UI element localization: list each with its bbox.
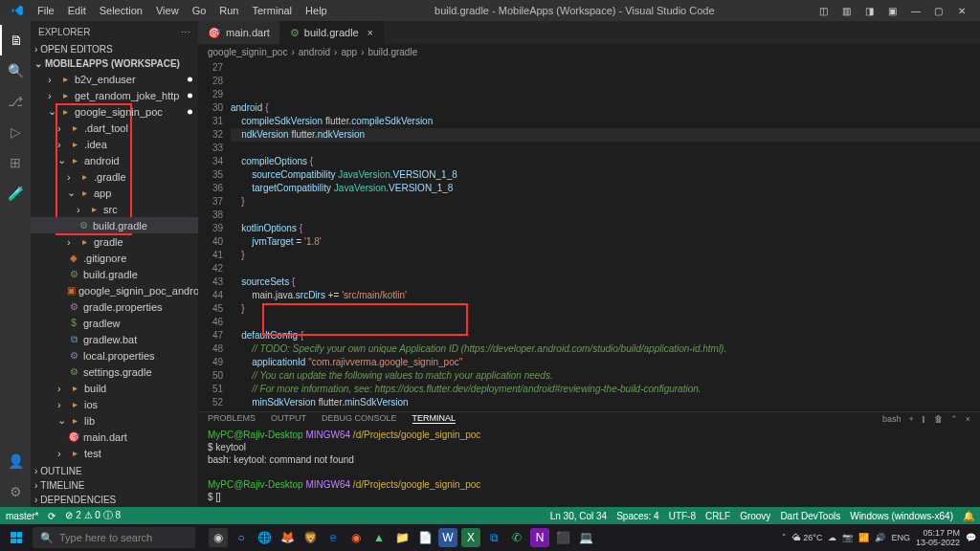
vscode-icon[interactable]: ⧉ bbox=[484, 528, 503, 547]
layout-bottom-icon[interactable]: ▥ bbox=[838, 2, 856, 19]
search-icon[interactable]: 🔍 bbox=[0, 55, 31, 86]
tree-item[interactable]: ▸.idea bbox=[31, 136, 198, 152]
section-dependencies[interactable]: DEPENDENCIES bbox=[31, 493, 198, 507]
maximize-button[interactable]: ▢ bbox=[930, 2, 947, 19]
tree-item[interactable]: ⚙build.gradle bbox=[31, 266, 198, 282]
android-studio-icon[interactable]: ▲ bbox=[369, 528, 389, 547]
editor-tab[interactable]: 🎯main.dart bbox=[198, 21, 280, 44]
menu-go[interactable]: Go bbox=[186, 5, 213, 16]
settings-gear-icon[interactable]: ⚙ bbox=[0, 476, 31, 507]
breadcrumb-item[interactable]: build.gradle bbox=[368, 47, 417, 57]
chrome-icon[interactable]: 🌐 bbox=[255, 528, 274, 547]
split-terminal-icon[interactable]: ⫿ bbox=[922, 414, 926, 424]
tree-item[interactable]: ▸web bbox=[31, 461, 198, 464]
word-icon[interactable]: W bbox=[438, 528, 457, 547]
layout-full-icon[interactable]: ▣ bbox=[884, 2, 902, 19]
tree-item[interactable]: ⚙settings.gradle bbox=[31, 364, 198, 380]
breadcrumb-item[interactable]: app bbox=[341, 47, 357, 57]
open-editors-section[interactable]: OPEN EDITORS bbox=[31, 42, 198, 56]
tree-item[interactable]: ▸app bbox=[31, 185, 198, 201]
notes-icon[interactable]: 📄 bbox=[415, 528, 434, 547]
tree-item[interactable]: $gradlew bbox=[31, 315, 198, 331]
postman-icon[interactable]: ◉ bbox=[346, 528, 366, 547]
tree-item[interactable]: ▸test bbox=[31, 445, 198, 461]
status-item[interactable]: ⊘ 2 ⚠ 0 ⓘ 8 bbox=[65, 509, 121, 522]
menu-help[interactable]: Help bbox=[299, 5, 334, 16]
status-item[interactable]: Groovy bbox=[740, 511, 770, 521]
chevron-up-icon[interactable]: ˄ bbox=[782, 533, 787, 542]
excel-icon[interactable]: X bbox=[461, 528, 480, 547]
taskbar-search[interactable]: 🔍 Type here to search bbox=[33, 527, 195, 548]
code-editor[interactable]: 2728293031323334353637383940414243444546… bbox=[198, 59, 980, 411]
panel-tab-terminal[interactable]: TERMINAL bbox=[412, 413, 457, 424]
tree-item[interactable]: ⧉gradlew.bat bbox=[31, 331, 198, 347]
tree-item[interactable]: ▸src bbox=[31, 201, 198, 217]
status-item[interactable]: Dart DevTools bbox=[780, 511, 840, 521]
breadcrumb-item[interactable]: android bbox=[299, 47, 330, 57]
source-control-icon[interactable]: ⎇ bbox=[0, 86, 31, 117]
testing-icon[interactable]: 🧪 bbox=[0, 178, 31, 209]
onenote-icon[interactable]: N bbox=[530, 528, 549, 547]
tree-item[interactable]: ▸.dart_tool bbox=[31, 120, 198, 136]
panel-tab-output[interactable]: OUTPUT bbox=[271, 413, 306, 424]
breadcrumb-item[interactable]: google_signin_poc bbox=[208, 47, 287, 57]
tree-item[interactable]: ▸lib bbox=[31, 412, 198, 429]
onedrive-icon[interactable]: ☁ bbox=[828, 533, 836, 542]
kill-terminal-icon[interactable]: 🗑 bbox=[934, 414, 943, 424]
tab-close-icon[interactable]: × bbox=[368, 28, 373, 38]
accounts-icon[interactable]: 👤 bbox=[0, 446, 31, 476]
code-content[interactable]: android { compileSdkVersion flutter.comp… bbox=[231, 59, 980, 411]
putty-icon[interactable]: 💻 bbox=[576, 528, 595, 547]
menu-selection[interactable]: Selection bbox=[93, 5, 149, 16]
start-button[interactable] bbox=[4, 525, 29, 550]
tree-item[interactable]: ▸gradle bbox=[31, 233, 198, 250]
explorer-icon[interactable]: 📁 bbox=[392, 528, 412, 547]
terminal-output[interactable]: MyPC@Rajiv-Desktop MINGW64 /d/Projects/g… bbox=[198, 425, 980, 507]
tree-item[interactable]: ▸android bbox=[31, 152, 198, 168]
clock[interactable]: 05:17 PM 13-05-2022 bbox=[916, 528, 960, 547]
breadcrumbs[interactable]: google_signin_poc›android›app›build.grad… bbox=[198, 44, 980, 59]
menu-run[interactable]: Run bbox=[212, 5, 245, 16]
section-timeline[interactable]: TIMELINE bbox=[31, 478, 198, 493]
cortana-icon[interactable]: ○ bbox=[232, 528, 251, 547]
status-item[interactable]: Windows (windows-x64) bbox=[850, 511, 953, 521]
meet-now-icon[interactable]: 📷 bbox=[842, 533, 853, 542]
tree-item[interactable]: ▣google_signin_poc_android.iml bbox=[31, 282, 198, 298]
notifications-icon[interactable]: 💬 bbox=[966, 533, 976, 542]
status-item[interactable]: ⟳ bbox=[48, 511, 56, 521]
volume-icon[interactable]: 🔊 bbox=[875, 533, 885, 542]
tree-item[interactable]: ▸get_random_joke_http bbox=[31, 87, 198, 103]
firefox-icon[interactable]: 🦊 bbox=[278, 528, 297, 547]
status-item[interactable]: 🔔 bbox=[963, 511, 974, 521]
edge-icon[interactable]: е bbox=[323, 528, 343, 547]
menu-terminal[interactable]: Terminal bbox=[246, 5, 300, 16]
system-tray[interactable]: ˄ 🌥 26°C ☁ 📷 📶 🔊 ENG 05:17 PM 13-05-2022… bbox=[782, 528, 976, 547]
status-item[interactable]: master* bbox=[6, 511, 38, 521]
new-terminal-icon[interactable]: + bbox=[908, 414, 913, 424]
tree-item[interactable]: ▸b2v_enduser bbox=[31, 71, 198, 87]
close-button[interactable]: ✕ bbox=[953, 2, 970, 19]
panel-tab-debug-console[interactable]: DEBUG CONSOLE bbox=[322, 413, 397, 424]
explorer-icon[interactable]: 🗎 bbox=[0, 25, 31, 55]
layout-right-icon[interactable]: ◨ bbox=[861, 2, 879, 19]
workspace-section[interactable]: MOBILEAPPS (WORKSPACE) bbox=[31, 56, 198, 71]
tree-item[interactable]: ◆.gitignore bbox=[31, 250, 198, 266]
section-outline[interactable]: OUTLINE bbox=[31, 464, 198, 478]
menu-file[interactable]: File bbox=[31, 5, 61, 16]
whatsapp-icon[interactable]: ✆ bbox=[507, 528, 526, 547]
close-panel-icon[interactable]: × bbox=[966, 414, 970, 424]
weather-widget[interactable]: 🌥 26°C bbox=[792, 533, 823, 542]
tree-item[interactable]: ⚙gradle.properties bbox=[31, 298, 198, 315]
tree-item[interactable]: ▸build bbox=[31, 380, 198, 396]
terminal-app-icon[interactable]: ⬛ bbox=[553, 528, 572, 547]
extensions-icon[interactable]: ⊞ bbox=[0, 147, 31, 178]
task-app-icon[interactable]: ◉ bbox=[209, 528, 228, 547]
menu-edit[interactable]: Edit bbox=[61, 5, 93, 16]
layout-left-icon[interactable]: ◫ bbox=[815, 2, 833, 19]
editor-tab[interactable]: ⚙build.gradle× bbox=[280, 21, 384, 44]
tree-item[interactable]: ▸.gradle bbox=[31, 168, 198, 185]
tree-item[interactable]: ▸google_signin_poc bbox=[31, 103, 198, 120]
tree-item[interactable]: ⚙build.gradle bbox=[31, 217, 198, 233]
language-indicator[interactable]: ENG bbox=[891, 533, 910, 542]
status-item[interactable]: Spaces: 4 bbox=[616, 511, 658, 521]
